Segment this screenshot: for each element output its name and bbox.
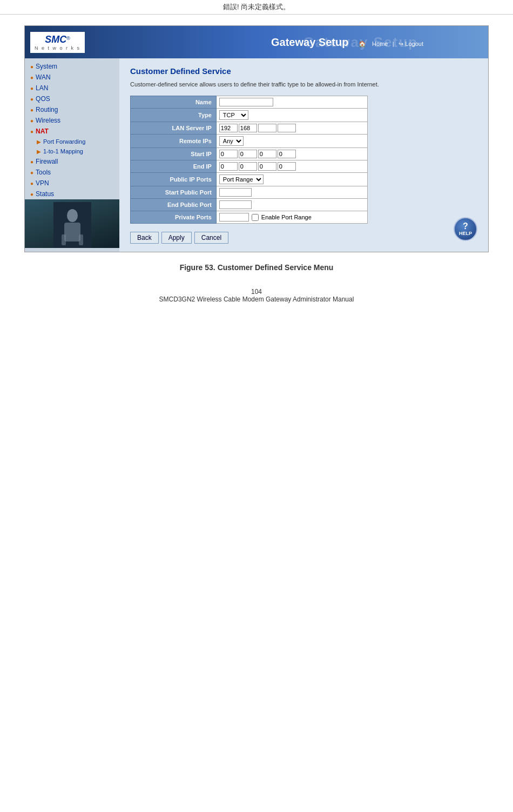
sidebar-item-firewall[interactable]: ● Firewall [25, 156, 119, 167]
row-end-public-port: End Public Port [131, 199, 368, 211]
lan-ip-octet4[interactable] [278, 124, 296, 132]
back-button[interactable]: Back [130, 232, 159, 244]
start-ip-octet4[interactable] [278, 150, 296, 158]
cancel-button[interactable]: Cancel [194, 232, 228, 244]
label-name: Name [131, 96, 217, 109]
row-type: Type TCP UDP ICMP [131, 109, 368, 122]
header-title-area: Gateway Setup Gateway Setup 🏠 Home | ↪ L… [85, 29, 483, 55]
row-remote-ips: Remote IPs Any [131, 135, 368, 148]
sidebar-label-1to1: 1-to-1 Mapping [43, 148, 83, 155]
cell-type: TCP UDP ICMP [216, 109, 367, 122]
cell-lan-server-ip [216, 122, 367, 135]
sidebar-sub-port-forwarding[interactable]: ▶ Port Forwarding [25, 137, 119, 146]
input-start-public-port[interactable] [219, 188, 252, 197]
enable-port-range-checkbox[interactable] [252, 214, 259, 221]
input-name[interactable] [219, 98, 273, 106]
bullet-qos: ● [30, 96, 33, 102]
bullet-routing: ● [30, 107, 33, 113]
label-private-ports: Private Ports [131, 211, 217, 224]
header-nav-row: Gateway Setup 🏠 Home | ↪ Logout [271, 36, 423, 49]
start-ip-octet3[interactable] [258, 150, 276, 158]
apply-button[interactable]: Apply [161, 232, 192, 244]
cell-name [216, 96, 367, 109]
sidebar-item-qos[interactable]: ● QOS [25, 93, 119, 104]
row-public-ip-ports: Public IP Ports Port Range Port [131, 173, 368, 186]
logout-link[interactable]: Logout [405, 41, 423, 47]
lan-ip-octet1[interactable] [219, 124, 238, 132]
bullet-lan: ● [30, 85, 33, 91]
sidebar-label-system: System [36, 63, 57, 70]
select-type[interactable]: TCP UDP ICMP [219, 110, 248, 120]
sidebar-image [25, 199, 119, 248]
logout-icon[interactable]: ↪ [399, 41, 403, 47]
error-text: 錯誤! 尚未定義樣式。 [223, 3, 290, 11]
row-end-ip: End IP [131, 160, 368, 173]
label-remote-ips: Remote IPs [131, 135, 217, 148]
sidebar-label-vpn: VPN [36, 179, 49, 187]
button-row: Back Apply Cancel [130, 232, 477, 244]
input-private-ports[interactable] [219, 213, 249, 222]
bullet-tools: ● [30, 170, 33, 176]
label-end-ip: End IP [131, 160, 217, 173]
end-ip-octet3[interactable] [258, 162, 276, 171]
sidebar-label-qos: QOS [36, 95, 50, 103]
svg-rect-3 [62, 234, 66, 245]
sidebar-item-wireless[interactable]: ● Wireless [25, 115, 119, 126]
panel-header: SMC® N e t w o r k s Gateway Setup Gatew… [25, 26, 488, 58]
sidebar-label-wan: WAN [36, 73, 51, 81]
sidebar-label-port-forwarding: Port Forwarding [43, 138, 85, 145]
sidebar-item-system[interactable]: ● System [25, 61, 119, 72]
sub-bullet-1to1: ▶ [37, 149, 41, 155]
cell-end-ip [216, 160, 367, 173]
sidebar-item-routing[interactable]: ● Routing [25, 104, 119, 115]
cell-start-public-port [216, 186, 367, 199]
sidebar-item-wan[interactable]: ● WAN [25, 72, 119, 83]
sidebar-item-tools[interactable]: ● Tools [25, 167, 119, 178]
sidebar-item-nat[interactable]: ● NAT [25, 126, 119, 137]
svg-point-1 [67, 209, 78, 222]
smc-logo: SMC® N e t w o r k s [30, 32, 85, 53]
input-end-public-port[interactable] [219, 200, 252, 209]
end-ip-octet2[interactable] [239, 162, 257, 171]
end-ip-octet4[interactable] [278, 162, 296, 171]
sidebar-label-nat: NAT [36, 127, 49, 135]
select-remote-ips[interactable]: Any [219, 136, 244, 146]
enable-port-range-label: Enable Port Range [261, 214, 312, 220]
smc-networks-text: N e t w o r k s [35, 45, 80, 51]
bullet-vpn: ● [30, 180, 33, 186]
home-icon[interactable]: 🏠 [359, 41, 366, 47]
lan-ip-octet2[interactable] [239, 124, 257, 132]
bullet-wan: ● [30, 75, 33, 80]
sidebar-sub-1to1[interactable]: ▶ 1-to-1 Mapping [25, 146, 119, 156]
content-area: Customer Defined Service Customer-define… [119, 58, 488, 252]
label-type: Type [131, 109, 217, 122]
row-lan-server-ip: LAN Server IP [131, 122, 368, 135]
footer-text: SMCD3GN2 Wireless Cable Modem Gateway Ad… [22, 296, 491, 303]
sidebar-item-status[interactable]: ● Status [25, 189, 119, 199]
select-public-ip-ports[interactable]: Port Range Port [219, 175, 264, 184]
sidebar-item-vpn[interactable]: ● VPN [25, 178, 119, 189]
bullet-firewall: ● [30, 159, 33, 165]
sidebar-label-lan: LAN [36, 84, 48, 92]
sidebar-label-wireless: Wireless [36, 117, 60, 124]
row-start-public-port: Start Public Port [131, 186, 368, 199]
bullet-nat: ● [30, 129, 33, 135]
home-link[interactable]: Home [372, 41, 388, 47]
help-button-container: ? HELP [454, 217, 477, 241]
panel-body: ● System ● WAN ● LAN ● QOS ● Routing [25, 58, 488, 252]
start-ip-octet1[interactable] [219, 150, 238, 158]
sidebar-label-routing: Routing [36, 106, 58, 113]
start-ip-group [219, 150, 364, 158]
lan-ip-octet3[interactable] [258, 124, 276, 132]
private-ports-area: Enable Port Range [219, 213, 364, 222]
lan-ip-group [219, 124, 364, 132]
end-ip-octet1[interactable] [219, 162, 238, 171]
sidebar-item-lan[interactable]: ● LAN [25, 83, 119, 93]
start-ip-octet2[interactable] [239, 150, 257, 158]
label-lan-server-ip: LAN Server IP [131, 122, 217, 135]
cell-public-ip-ports: Port Range Port [216, 173, 367, 186]
main-container: SMC® N e t w o r k s Gateway Setup Gatew… [0, 15, 513, 314]
label-public-ip-ports: Public IP Ports [131, 173, 217, 186]
form-table: Name Type TCP UDP ICMP [130, 96, 368, 224]
help-button[interactable]: ? HELP [454, 217, 477, 241]
